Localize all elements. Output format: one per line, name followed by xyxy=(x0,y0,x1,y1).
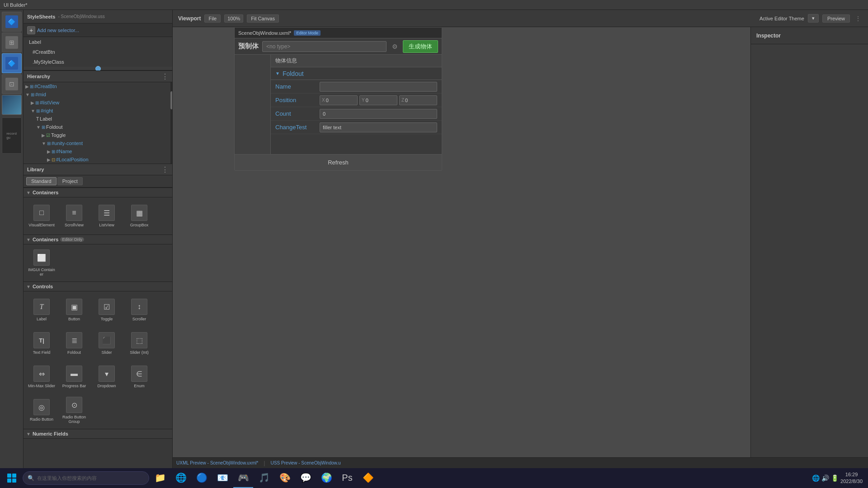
lib-item-text-field[interactable]: T| Text Field xyxy=(26,328,57,359)
library-group-controls[interactable]: ▼ Controls xyxy=(24,282,172,291)
icon-thumbnails[interactable]: ⊡ xyxy=(2,74,22,94)
ss-item-label[interactable]: Label xyxy=(24,37,172,47)
refresh-button[interactable]: Refresh xyxy=(235,155,442,170)
taskbar-app-mail[interactable]: 📧 xyxy=(212,468,232,488)
taskbar-app-file-explorer[interactable]: 📁 xyxy=(150,468,170,488)
main-content: Viewport File 100% Fit Canvas Active Edi… xyxy=(173,10,868,468)
type-field[interactable]: <no type> xyxy=(262,41,387,52)
create-object-button[interactable]: 生成物体 xyxy=(403,40,438,53)
uss-preview-link[interactable]: USS Preview - SceneObjWindow.u xyxy=(270,460,340,465)
zoom-level[interactable]: 100% xyxy=(224,14,243,23)
form-row-count: Count xyxy=(271,107,442,121)
lib-item-scroller[interactable]: ↕ Scroller xyxy=(124,294,155,326)
h-item-mid[interactable]: ▼ ⊞ #mid xyxy=(24,90,172,99)
taskbar-app-unity[interactable]: 🎮 xyxy=(233,468,253,488)
drag-resize-handle[interactable] xyxy=(24,67,172,70)
h-text-creatbtn: #CreatBtn xyxy=(34,84,57,89)
taskbar-app-photoshop[interactable]: Ps xyxy=(337,468,357,488)
start-button[interactable] xyxy=(2,468,22,488)
y-field[interactable]: Y 0 xyxy=(359,95,397,105)
inspector-title: Inspector xyxy=(756,33,781,39)
lib-item-scroll-view[interactable]: ≡ ScrollView xyxy=(59,200,90,232)
taskbar-app-browser-edge[interactable]: 🌐 xyxy=(171,468,191,488)
x-field[interactable]: X 0 xyxy=(320,95,358,105)
viewport-menu-icon[interactable]: ⋮ xyxy=(854,14,863,23)
icon-ui-builder[interactable]: 🔷 xyxy=(2,53,22,73)
tray-network-icon[interactable]: 🌐 xyxy=(812,474,820,482)
count-input[interactable] xyxy=(320,109,437,119)
fit-canvas-button[interactable]: Fit Canvas xyxy=(247,14,279,23)
lib-item-toggle[interactable]: ☑ Toggle xyxy=(91,294,122,326)
tray-clock[interactable]: 16:29 2022/8/30 xyxy=(840,471,863,485)
lib-item-list-view[interactable]: ☰ ListView xyxy=(91,200,122,232)
ss-item-mystyleclass[interactable]: .MyStyleClass xyxy=(24,57,172,67)
lib-item-visual-element[interactable]: □ VisualElement xyxy=(26,200,57,232)
h-icon-label: T xyxy=(36,117,39,122)
h-item-name[interactable]: ▶ ⊞ #Name xyxy=(24,147,172,155)
tab-standard[interactable]: Standard xyxy=(26,177,57,185)
taskbar-search[interactable]: 🔍 在这里输入你想搜索的内容 xyxy=(23,471,149,485)
taskbar-app-browser2[interactable]: 🔵 xyxy=(192,468,212,488)
preview-button[interactable]: Preview xyxy=(822,14,850,23)
lib-item-radio-button-group[interactable]: ⊙ Radio Button Group xyxy=(59,394,90,426)
lib-item-minmax-slider[interactable]: ⇔ Min-Max Slider xyxy=(26,361,57,393)
lib-item-enum[interactable]: ∈ Enum xyxy=(124,361,155,393)
scroll-view-icon: ≡ xyxy=(66,205,82,221)
h-item-listview[interactable]: ▶ ⊞ #listView xyxy=(24,99,172,107)
text-field-icon: T| xyxy=(33,332,50,348)
taskbar-app-chat[interactable]: 💬 xyxy=(296,468,316,488)
h-text-mid: #mid xyxy=(35,92,46,97)
library-group-containers-editor[interactable]: ▼ Containers Editor Only xyxy=(24,235,172,244)
h-icon-localposition: ⊡ xyxy=(52,157,55,162)
foldout-section-header[interactable]: ▼ Foldout xyxy=(271,67,442,80)
tray-volume-icon[interactable]: 🔊 xyxy=(821,474,829,482)
h-item-foldout[interactable]: ▼ ⊞ Foldout xyxy=(24,123,172,131)
h-item-localposition[interactable]: ▶ ⊡ #LocalPosition xyxy=(24,155,172,164)
h-item-toggle[interactable]: ▶ ☑ Toggle xyxy=(24,131,172,139)
h-text-name: #Name xyxy=(56,149,72,154)
lib-item-progress-bar[interactable]: ▬ Progress Bar xyxy=(59,361,90,393)
taskbar-app-paint[interactable]: 🎨 xyxy=(275,468,295,488)
uxml-preview-link[interactable]: UXML Preview - SceneObjWindow.uxml* xyxy=(176,460,258,465)
title-bar: UI Builder* xyxy=(0,0,868,10)
lib-item-radio-button[interactable]: ◎ Radio Button xyxy=(26,394,57,426)
z-field[interactable]: Z 0 xyxy=(399,95,437,105)
icon-scene-thumb[interactable] xyxy=(2,95,22,115)
taskbar-app-browser3[interactable]: 🌍 xyxy=(316,468,336,488)
lib-item-foldout[interactable]: ≣ Foldout xyxy=(59,328,90,359)
lib-item-imgui[interactable]: ⬜ IMGUI Container xyxy=(26,247,57,279)
changetest-input[interactable] xyxy=(320,122,437,132)
hierarchy-menu-icon[interactable]: ⋮ xyxy=(161,72,169,81)
add-selector-button[interactable]: + xyxy=(27,26,35,34)
group-box-label: GroupBox xyxy=(130,223,149,227)
taskbar-tray: 🌐 🔊 🔋 16:29 2022/8/30 xyxy=(808,471,866,485)
lib-item-slider[interactable]: ⬛ Slider xyxy=(91,328,122,359)
library-group-numeric[interactable]: ▼ Numeric Fields xyxy=(24,429,172,439)
library-menu-icon[interactable]: ⋮ xyxy=(161,165,169,174)
hierarchy-scrollbar[interactable] xyxy=(170,82,172,164)
name-input[interactable] xyxy=(320,82,437,92)
lib-item-slider-int[interactable]: ⬚ Slider (Int) xyxy=(124,328,155,359)
theme-select[interactable]: ▾ xyxy=(808,14,819,23)
ss-item-creatbtn[interactable]: #CreatBtn xyxy=(24,47,172,57)
h-item-creatbtn[interactable]: ▶ ⊞ #CreatBtn xyxy=(24,82,172,90)
tab-project[interactable]: Project xyxy=(57,177,83,185)
add-selector-area[interactable]: + Add new selector... xyxy=(24,23,172,37)
taskbar-app-music[interactable]: 🎵 xyxy=(254,468,274,488)
file-button[interactable]: File xyxy=(204,14,221,23)
icon-grid[interactable]: ⊞ xyxy=(2,33,22,52)
tray-battery-icon[interactable]: 🔋 xyxy=(831,474,839,482)
lib-item-dropdown[interactable]: ▾ Dropdown xyxy=(91,361,122,393)
lib-item-button[interactable]: ▣ Button xyxy=(59,294,90,326)
scene-gear-icon[interactable]: ⚙ xyxy=(390,42,399,51)
library-group-containers[interactable]: ▼ Containers xyxy=(24,188,172,197)
icon-unity[interactable]: 🔷 xyxy=(2,12,22,32)
h-item-label[interactable]: T Label xyxy=(24,115,172,123)
lib-item-label-ctrl[interactable]: T Label xyxy=(26,294,57,326)
h-item-unity-content[interactable]: ▼ ⊞ #unity-content xyxy=(24,139,172,147)
lib-item-group-box[interactable]: ▦ GroupBox xyxy=(124,200,155,232)
z-label: Z xyxy=(401,98,404,103)
taskbar-app-blender[interactable]: 🔶 xyxy=(358,468,378,488)
radio-button-icon: ◎ xyxy=(33,399,50,415)
h-item-right[interactable]: ▼ ⊞ #right xyxy=(24,107,172,115)
